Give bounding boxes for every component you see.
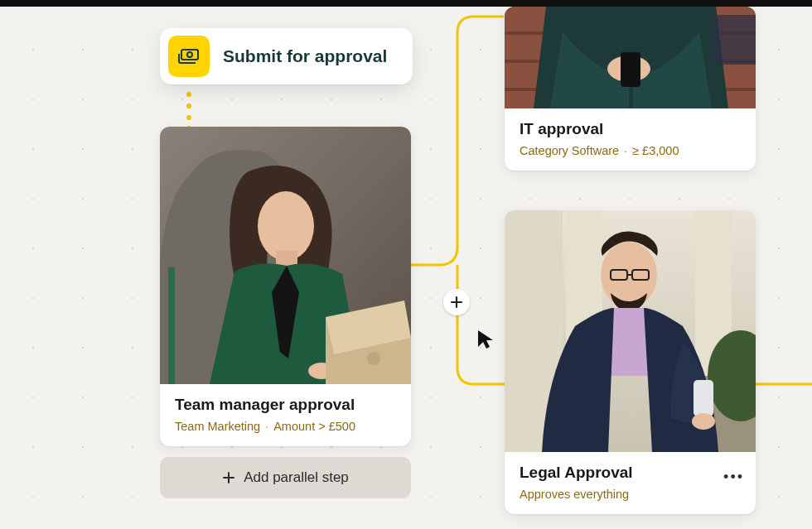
approval-card-team-manager[interactable]: Team manager approval Team MarketingAmou… bbox=[160, 127, 411, 446]
approval-card-legal[interactable]: Legal Approval Approves everything ••• bbox=[505, 210, 756, 514]
svg-point-30 bbox=[692, 413, 715, 430]
card-title: Legal Approval bbox=[520, 464, 633, 483]
submit-label: Submit for approval bbox=[223, 46, 387, 66]
svg-point-9 bbox=[367, 352, 380, 365]
svg-point-4 bbox=[187, 52, 192, 57]
card-more-icon[interactable]: ••• bbox=[723, 469, 744, 486]
approver-photo bbox=[505, 210, 756, 452]
svg-rect-29 bbox=[694, 380, 713, 416]
svg-rect-3 bbox=[181, 50, 198, 60]
approval-card-it[interactable]: IT approval Category Software≥ £3,000 bbox=[505, 7, 756, 171]
svg-point-6 bbox=[258, 191, 314, 261]
plus-icon bbox=[222, 471, 235, 484]
money-stack-icon bbox=[168, 36, 210, 77]
card-title: IT approval bbox=[520, 120, 741, 139]
card-meta: Category Software≥ £3,000 bbox=[520, 144, 741, 157]
card-meta: Team MarketingAmount > £500 bbox=[175, 420, 396, 433]
card-title: Team manager approval bbox=[175, 396, 396, 415]
svg-point-1 bbox=[186, 103, 191, 108]
svg-point-0 bbox=[186, 92, 191, 97]
svg-rect-10 bbox=[168, 267, 175, 384]
plus-icon bbox=[450, 296, 463, 309]
approver-photo bbox=[160, 127, 411, 384]
add-parallel-label: Add parallel step bbox=[244, 469, 349, 486]
approver-photo bbox=[505, 7, 756, 108]
workflow-canvas[interactable]: Submit for approval bbox=[0, 0, 812, 529]
cursor-icon bbox=[476, 329, 495, 350]
add-branch-node[interactable] bbox=[443, 289, 470, 315]
svg-rect-18 bbox=[712, 15, 756, 65]
svg-rect-17 bbox=[621, 52, 640, 87]
add-parallel-step-button[interactable]: Add parallel step bbox=[160, 457, 411, 498]
submit-for-approval-button[interactable]: Submit for approval bbox=[160, 28, 413, 84]
svg-point-2 bbox=[186, 115, 191, 120]
card-meta: Approves everything bbox=[520, 488, 633, 501]
